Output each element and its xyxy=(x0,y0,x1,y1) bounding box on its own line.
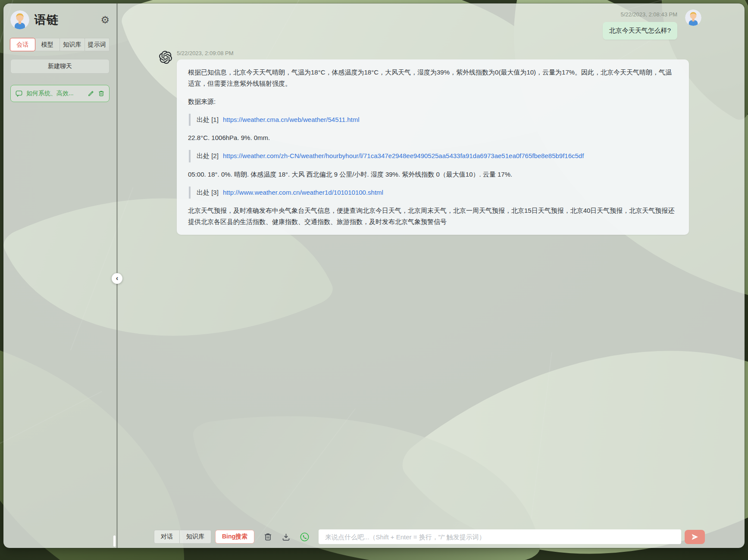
user-message-bubble: 北京今天天气怎么样? xyxy=(603,22,677,40)
assistant-message: 5/22/2023, 2:09:08 PM 根据已知信息，北京今天天气晴朗，气温… xyxy=(159,50,689,235)
tab-prompts[interactable]: 提示词 xyxy=(85,38,110,51)
tab-knowledge-base[interactable]: 知识库 xyxy=(59,38,85,51)
clear-messages-button[interactable] xyxy=(263,532,272,541)
download-icon xyxy=(282,532,291,541)
sidebar-scrollbar[interactable] xyxy=(113,535,116,547)
gear-icon[interactable]: ⚙ xyxy=(100,15,110,25)
trash-icon xyxy=(263,532,272,541)
composer-mode-group: 对话 知识库 Bing搜索 xyxy=(154,530,254,544)
source-2-link[interactable]: https://weather.com/zh-CN/weather/hourby… xyxy=(223,152,584,159)
sidebar: 语链 ⚙ 会话 模型 知识库 提示词 新建聊天 如何系统、高效... xyxy=(3,3,116,548)
sources-label: 数据来源: xyxy=(188,96,678,107)
sidebar-divider: ‹ xyxy=(116,3,118,548)
app-window: 语链 ⚙ 会话 模型 知识库 提示词 新建聊天 如何系统、高效... xyxy=(3,3,745,548)
delete-icon[interactable] xyxy=(98,90,105,97)
user-avatar xyxy=(10,10,29,29)
sidebar-header: 语链 ⚙ xyxy=(10,10,110,29)
send-button[interactable] xyxy=(685,530,705,544)
source-quote-1: 出处 [1] https://weather.cma.cn/web/weathe… xyxy=(189,114,678,126)
export-chat-button[interactable] xyxy=(282,532,291,541)
assistant-paragraph: 根据已知信息，北京今天天气晴朗，气温为18°C，体感温度为18°C，大风天气，湿… xyxy=(188,67,678,90)
whatsapp-icon xyxy=(300,532,310,542)
user-message-column: 5/22/2023, 2:08:43 PM 北京今天天气怎么样? xyxy=(603,9,677,40)
openai-logo-icon xyxy=(159,51,172,64)
source-quote-3: 出处 [3] http://www.weather.com.cn/weather… xyxy=(189,187,678,199)
send-plane-icon xyxy=(691,533,699,541)
message-input[interactable] xyxy=(319,529,681,544)
sidebar-tabs: 会话 模型 知识库 提示词 xyxy=(10,38,110,51)
composer-bar: 对话 知识库 Bing搜索 xyxy=(118,529,745,544)
user-message: 5/22/2023, 2:08:43 PM 北京今天天气怎么样? xyxy=(603,9,701,40)
chat-item-title: 如何系统、高效... xyxy=(26,90,84,97)
chat-bubble-icon xyxy=(15,90,23,97)
app-title: 语链 xyxy=(34,12,100,28)
source-1-link[interactable]: https://weather.cma.cn/web/weather/54511… xyxy=(223,116,360,123)
source-1-label: 出处 [1] xyxy=(197,116,219,123)
source-2-detail: 05:00. 18°. 0%. 晴朗. 体感温度 18°. 大风 西北偏北 9 … xyxy=(188,169,678,180)
user-avatar xyxy=(685,9,701,26)
chat-area: 5/22/2023, 2:08:43 PM 北京今天天气怎么样? 5/ xyxy=(118,3,745,548)
source-1-detail: 22.8°C. 1006hPa. 9%. 0mm. xyxy=(188,132,678,143)
source-2-label: 出处 [2] xyxy=(197,152,219,159)
collapse-sidebar-button[interactable]: ‹ xyxy=(112,273,122,284)
tab-conversations[interactable]: 会话 xyxy=(10,38,35,51)
assistant-message-column: 5/22/2023, 2:09:08 PM 根据已知信息，北京今天天气晴朗，气温… xyxy=(177,50,689,235)
edit-icon[interactable] xyxy=(88,90,94,97)
user-message-timestamp: 5/22/2023, 2:08:43 PM xyxy=(620,11,677,18)
chat-list-item[interactable]: 如何系统、高效... xyxy=(10,85,110,102)
new-chat-button[interactable]: 新建聊天 xyxy=(10,59,110,74)
source-3-link[interactable]: http://www.weather.com.cn/weather1d/1010… xyxy=(223,189,383,196)
source-3-label: 出处 [3] xyxy=(197,189,219,196)
assistant-paragraph: 北京天气预报，及时准确发布中央气象台天气信息，便捷查询北京今日天气，北京周末天气… xyxy=(188,205,678,228)
share-whatsapp-button[interactable] xyxy=(300,532,310,542)
source-quote-2: 出处 [2] https://weather.com/zh-CN/weather… xyxy=(189,150,678,162)
mode-chat-button[interactable]: 对话 xyxy=(154,530,180,544)
mode-bing-search-button[interactable]: Bing搜索 xyxy=(215,530,254,544)
tab-models[interactable]: 模型 xyxy=(35,38,60,51)
mode-knowledge-base-button[interactable]: 知识库 xyxy=(179,530,211,544)
assistant-message-timestamp: 5/22/2023, 2:09:08 PM xyxy=(177,50,689,56)
assistant-message-box: 根据已知信息，北京今天天气晴朗，气温为18°C，体感温度为18°C，大风天气，湿… xyxy=(177,59,689,235)
